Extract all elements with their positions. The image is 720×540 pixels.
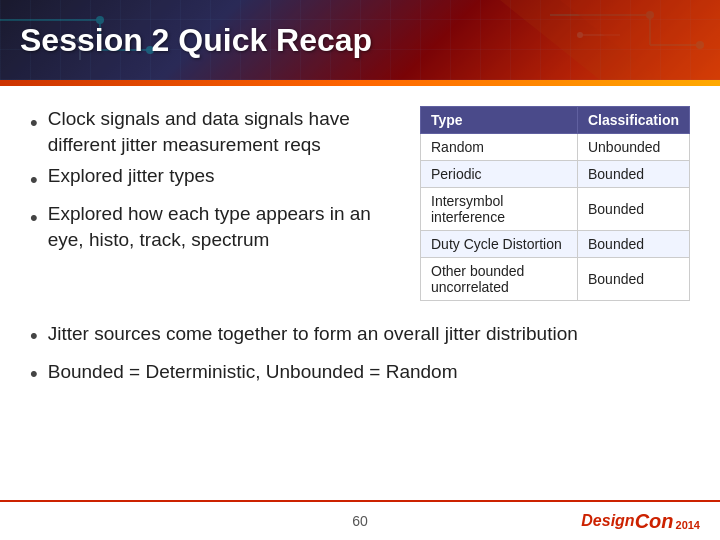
bottom-bullet-1: • Jitter sources come together to form a… (30, 321, 690, 351)
col-header-type: Type (421, 107, 578, 134)
table-cell-type-4: Other bounded uncorrelated (421, 258, 578, 301)
table-row-4: Other bounded uncorrelatedBounded (421, 258, 690, 301)
jitter-classification-table: Type Classification RandomUnboundedPerio… (420, 106, 690, 301)
bullet-text-1: Clock signals and data signals have diff… (48, 106, 410, 157)
jitter-table-container: Type Classification RandomUnboundedPerio… (420, 106, 690, 301)
left-bullets: • Clock signals and data signals have di… (30, 106, 420, 301)
bullet-text-2: Explored jitter types (48, 163, 410, 189)
logo-design-text: Design (581, 512, 634, 530)
slide: Session 2 Quick Recap • Clock signals an… (0, 0, 720, 540)
table-cell-type-1: Periodic (421, 161, 578, 188)
designcon-logo: Design Con 2014 (581, 510, 700, 533)
table-cell-type-0: Random (421, 134, 578, 161)
table-cell-classification-1: Bounded (577, 161, 689, 188)
slide-title: Session 2 Quick Recap (20, 22, 372, 59)
logo-year-text: 2014 (676, 519, 700, 531)
bullet-item-1: • Clock signals and data signals have di… (30, 106, 410, 157)
top-section: • Clock signals and data signals have di… (30, 106, 690, 301)
table-row-2: Intersymbol interferenceBounded (421, 188, 690, 231)
page-number: 60 (352, 513, 368, 529)
bullet-item-3: • Explored how each type appears in an e… (30, 201, 410, 252)
logo-con-text: Con (635, 510, 674, 533)
bottom-bullet-dot-2: • (30, 359, 38, 389)
bottom-bullet-text-2: Bounded = Deterministic, Unbounded = Ran… (48, 359, 458, 385)
bottom-bullet-text-1: Jitter sources come together to form an … (48, 321, 578, 347)
table-row-3: Duty Cycle DistortionBounded (421, 231, 690, 258)
table-cell-classification-0: Unbounded (577, 134, 689, 161)
table-cell-classification-2: Bounded (577, 188, 689, 231)
table-cell-classification-3: Bounded (577, 231, 689, 258)
table-row-0: RandomUnbounded (421, 134, 690, 161)
bullet-text-3: Explored how each type appears in an eye… (48, 201, 410, 252)
table-cell-type-3: Duty Cycle Distortion (421, 231, 578, 258)
table-header-row: Type Classification (421, 107, 690, 134)
bullet-item-2: • Explored jitter types (30, 163, 410, 195)
col-header-classification: Classification (577, 107, 689, 134)
bottom-bullets: • Jitter sources come together to form a… (0, 311, 720, 401)
bullet-dot-1: • (30, 108, 38, 138)
table-row-1: PeriodicBounded (421, 161, 690, 188)
slide-header: Session 2 Quick Recap (0, 0, 720, 80)
bullet-dot-3: • (30, 203, 38, 233)
bottom-bullet-2: • Bounded = Deterministic, Unbounded = R… (30, 359, 690, 389)
bottom-bullet-dot-1: • (30, 321, 38, 351)
table-cell-classification-4: Bounded (577, 258, 689, 301)
slide-footer: 60 Design Con 2014 (0, 500, 720, 540)
main-content: • Clock signals and data signals have di… (0, 86, 720, 311)
table-cell-type-2: Intersymbol interference (421, 188, 578, 231)
bullet-dot-2: • (30, 165, 38, 195)
